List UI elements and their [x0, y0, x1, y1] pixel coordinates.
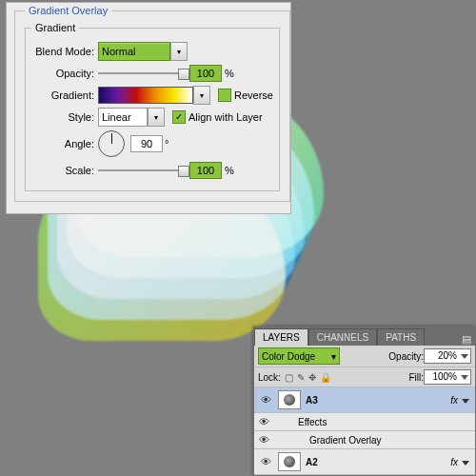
align-checkbox[interactable]: ✓ [172, 110, 186, 124]
gradient-dropdown-button[interactable]: ▾ [193, 86, 210, 105]
angle-dial[interactable] [98, 130, 125, 157]
opacity-unit: % [225, 68, 234, 79]
angle-unit: ° [165, 138, 169, 149]
lock-label: Lock: [258, 372, 281, 383]
visibility-icon[interactable]: 👁 [256, 416, 271, 427]
lock-transparency-icon[interactable]: ▢ [285, 372, 293, 383]
tab-channels[interactable]: CHANNELS [308, 328, 377, 346]
effects-row[interactable]: 👁 Effects [254, 413, 475, 431]
layer-thumbnail[interactable] [278, 452, 301, 471]
reverse-checkbox[interactable] [218, 89, 231, 102]
fx-badge[interactable]: fx [450, 395, 469, 406]
lock-position-icon[interactable]: ✥ [308, 372, 316, 383]
gradient-swatch[interactable] [98, 87, 193, 104]
lock-all-icon[interactable]: 🔒 [320, 372, 331, 383]
layer-opacity-label: Opacity: [388, 351, 424, 362]
align-label: Align with Layer [188, 111, 263, 123]
style-dropdown-button[interactable]: ▾ [148, 108, 165, 127]
tab-layers[interactable]: LAYERS [254, 328, 308, 346]
layer-row-a2[interactable]: 👁 A2 fx [254, 449, 475, 475]
layer-name[interactable]: A2 [306, 457, 318, 467]
style-select[interactable]: Linear [98, 108, 148, 127]
gradient-overlay-dialog: Gradient Overlay Gradient Blend Mode: No… [6, 2, 291, 214]
visibility-icon[interactable]: 👁 [258, 456, 273, 467]
fx-badge[interactable]: fx [450, 457, 469, 467]
style-label: Style: [31, 111, 94, 123]
visibility-icon[interactable]: 👁 [258, 394, 273, 406]
layer-row-a3[interactable]: 👁 A3 fx [254, 387, 475, 413]
lock-pixels-icon[interactable]: ✎ [297, 372, 305, 383]
angle-label: Angle: [31, 138, 94, 149]
layers-panel: LAYERS CHANNELS PATHS ▤ Color Dodge▾ Opa… [253, 327, 476, 476]
blend-mode-select[interactable]: Normal [98, 42, 170, 61]
opacity-input[interactable] [189, 65, 222, 82]
gradient-label: Gradient: [31, 89, 94, 101]
layer-thumbnail[interactable] [278, 390, 301, 409]
fill-label: Fill: [408, 372, 424, 383]
opacity-slider[interactable] [98, 67, 189, 80]
layer-name[interactable]: A3 [306, 395, 318, 406]
effect-gradient-overlay-row[interactable]: 👁 Gradient Overlay [254, 431, 475, 449]
dialog-title: Gradient Overlay [25, 5, 111, 16]
scale-input[interactable] [189, 162, 222, 179]
angle-input[interactable] [130, 135, 163, 152]
blend-mode-dropdown-button[interactable]: ▾ [170, 42, 188, 61]
reverse-label: Reverse [234, 89, 273, 101]
blend-mode-label: Blend Mode: [31, 46, 94, 57]
effect-name: Gradient Overlay [309, 435, 382, 446]
layer-opacity-input[interactable]: 20% [424, 348, 471, 364]
panel-tabs: LAYERS CHANNELS PATHS ▤ [254, 327, 475, 346]
gradient-group-title: Gradient [31, 22, 79, 33]
tab-paths[interactable]: PATHS [377, 328, 425, 346]
effects-label: Effects [298, 417, 327, 427]
opacity-label: Opacity: [31, 68, 94, 79]
visibility-icon[interactable]: 👁 [256, 434, 271, 446]
panel-menu-icon[interactable]: ▤ [458, 333, 475, 346]
scale-slider[interactable] [98, 164, 189, 177]
scale-unit: % [225, 165, 234, 176]
fill-input[interactable]: 100% [424, 369, 471, 385]
layer-blend-mode-select[interactable]: Color Dodge▾ [258, 347, 340, 365]
scale-label: Scale: [31, 165, 94, 176]
